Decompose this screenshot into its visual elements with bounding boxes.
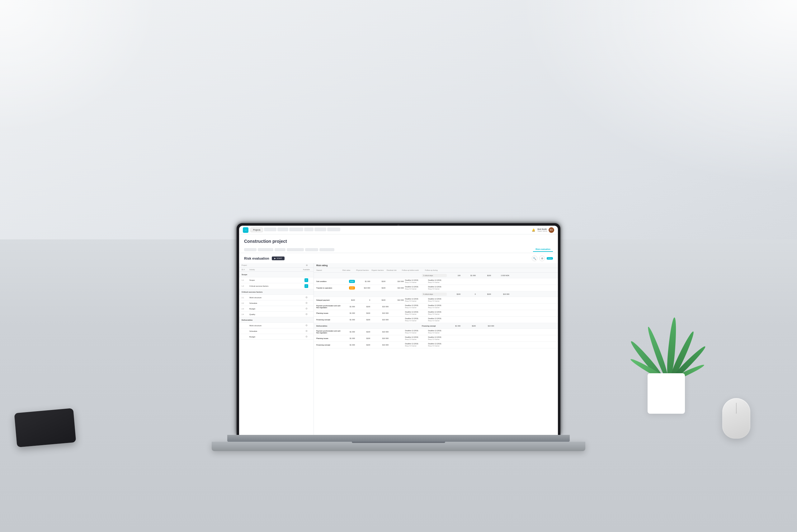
del-pay-physical: $100 (356, 331, 370, 333)
del-pay-deadline-during: Deadline 12 (2019) (428, 330, 450, 332)
row-available-23: ⚙ (302, 307, 311, 310)
group-label-scope: Scope (242, 273, 311, 276)
financing-deadline-during: Deadline 12 (2019) (428, 318, 450, 320)
table-row: Work structure ⚙ (239, 323, 314, 328)
active-tab-label[interactable]: Risk evaluation (533, 247, 553, 252)
risk-row-24: Financing concept $1 000 $100 $10 000 De… (314, 317, 558, 323)
transfer-follow-during: Deadline 12 (2019) Resp: B. Kramer (428, 286, 450, 290)
table-row: Schedule ⚙ (239, 328, 314, 334)
delayed-risk: $100 (342, 299, 355, 301)
nav-tab-placeholder-4 (304, 228, 314, 231)
delayed-physical: 0 (356, 299, 370, 301)
user-avatar: BS (549, 227, 554, 233)
del-fin-follow-during: Deadline 12 (2019) Resp: B. Kramer (428, 343, 450, 347)
payment-follow-before: Deadline 12 (2019) Resp: B. Kramer (405, 304, 427, 309)
row-available-12: ✓ (302, 284, 311, 288)
bg-light-top (517, 0, 797, 187)
row-available-21: ⚙ (302, 296, 311, 299)
payment-risk: $1 000 (342, 306, 355, 307)
del-pay-risk: $1 000 (342, 331, 355, 333)
left-table-header: Project ⊞ (239, 263, 314, 268)
subnav-placeholder-3 (274, 248, 285, 251)
dot-1 (548, 258, 549, 259)
risk-row-21: Delayed payment $100 0 $100 $10 000 Dead… (314, 297, 558, 304)
col-header-activity: Activity (249, 269, 302, 270)
more-options-button[interactable] (547, 257, 553, 260)
row-id-22: 2.2 (242, 302, 249, 304)
financing-deadline-before: Deadline 12 (2019) (405, 318, 427, 320)
hazard-planning: Planning issues (316, 312, 341, 314)
planning-deadline-before: Deadline 12 (2019) (405, 311, 427, 313)
group-row-deliverables: Deliverables (239, 317, 314, 323)
csf-physical: 0 (462, 293, 476, 295)
payment-organic: $10 000 (372, 306, 388, 307)
delayed-deadline-during: Deadline 12 (2019) (428, 298, 450, 300)
row-id-24: 2.4 (242, 314, 249, 315)
del-plan-deadline-before: Deadline 12 (2019) (405, 336, 427, 338)
gear-icon-sch: ⚙ (305, 330, 308, 333)
del-pay-resp-during: Resp: B. Kramer (428, 332, 450, 334)
planning-risk: $1 000 (342, 312, 355, 314)
del-fin-physical: $100 (356, 344, 370, 346)
row-available-sch: ⚙ (302, 330, 311, 333)
scope-steps-badge: 2 critical steps (422, 274, 447, 277)
notification-icon[interactable]: 🔔 (531, 228, 536, 232)
user-info: Bob Smith Super Admin (538, 228, 548, 232)
page-header: Construction project (239, 234, 558, 246)
transfer-physical: $10 000 (356, 287, 370, 289)
user-role: Super Admin (538, 230, 548, 232)
del-fin-resp-before: Resp: B. Kramer (405, 345, 427, 347)
nav-tab-projects[interactable]: Projects (250, 228, 263, 232)
hazard-transfer: Transfer to operation (316, 287, 341, 289)
table-row: Budget ⚙ (239, 334, 314, 340)
table-row: 2.1 Work structure ⚙ (239, 295, 314, 300)
row-label-ws: Work structure (249, 325, 302, 326)
soil-resp-before: Resp: B. Kramer (405, 281, 427, 284)
badge-transfer: $100 (349, 286, 355, 289)
csf-organic: $100 (477, 293, 491, 295)
row-label-scope: Scope (249, 279, 302, 281)
subnav-placeholder-5 (305, 248, 318, 251)
gear-icon-24: ⚙ (305, 313, 308, 316)
table-row: 2.3 Budget ⚙ (239, 306, 314, 311)
transfer-residual: $10 000 (387, 287, 404, 289)
laptop-screen: → Projects 🔔 (239, 226, 558, 435)
settings-icon[interactable]: ⚙ (539, 255, 545, 261)
soil-follow-during: Deadline 12 (2019) Resp: B. Kramer (428, 279, 450, 284)
scope-organic: $100 (477, 274, 491, 277)
laptop-bezel: → Projects 🔔 (239, 226, 558, 435)
table-row: 1.2 Critical success factors ✓ (239, 283, 314, 289)
subnav-active-tab: Risk evaluation (533, 247, 553, 252)
col-header-toggle: ⊞ (306, 264, 311, 266)
del-plan-deadline-during: Deadline 12 (2019) (428, 336, 450, 338)
scope-risk-val: 100 (448, 274, 460, 277)
start-button[interactable]: ▶ START (272, 256, 285, 260)
risk-section-title: Risk rating (314, 263, 558, 268)
row-label-12: Critical success factors (249, 285, 302, 287)
risk-row-23: Planning issues $1 000 $100 $10 000 Dead… (314, 310, 558, 317)
del-pay-deadline-before: Deadline 12 (2019) (405, 330, 427, 332)
scope-residual: 2 000 NOK (492, 274, 509, 277)
row-label-budget: Budget (249, 336, 302, 338)
del-plan-organic: $10 000 (372, 338, 388, 339)
section-header: Risk evaluation ▶ START 🔍 ⚙ (239, 253, 558, 263)
nav-tab-placeholder-3 (289, 228, 303, 231)
col-header-organic: Organic barriers (372, 269, 385, 271)
row-id-11: 1.1 (242, 279, 249, 281)
risk-group-row-scope: 2 critical steps 100 $1 000 $100 2 000 N… (314, 273, 558, 278)
search-icon[interactable]: 🔍 (532, 255, 537, 261)
payment-follow-during: Deadline 12 (2019) Resp: B. Kramer (428, 304, 450, 309)
financing-follow-during: Deadline 12 (2019) Resp: B. Kramer (428, 318, 450, 322)
risk-row-del-2: Planning issues $1 000 $100 $10 000 Dead… (314, 335, 558, 342)
row-id-12: 1.2 (242, 285, 249, 287)
delayed-resp-during: Resp: B. Kramer (428, 300, 450, 302)
gear-icon-23: ⚙ (305, 307, 308, 310)
soil-deadline-before: Deadline 12 (2019) (405, 279, 427, 281)
row-available-bud: ⚙ (302, 335, 311, 338)
scope-physical: $1 000 (462, 274, 476, 277)
laptop-screen-outer: → Projects 🔔 (236, 223, 561, 435)
del-hazard: Financing concept (422, 325, 447, 327)
nav-tab-placeholder-6 (327, 228, 340, 231)
csf-steps-badge: 4 critical steps (422, 292, 447, 296)
dot-2 (550, 258, 550, 259)
